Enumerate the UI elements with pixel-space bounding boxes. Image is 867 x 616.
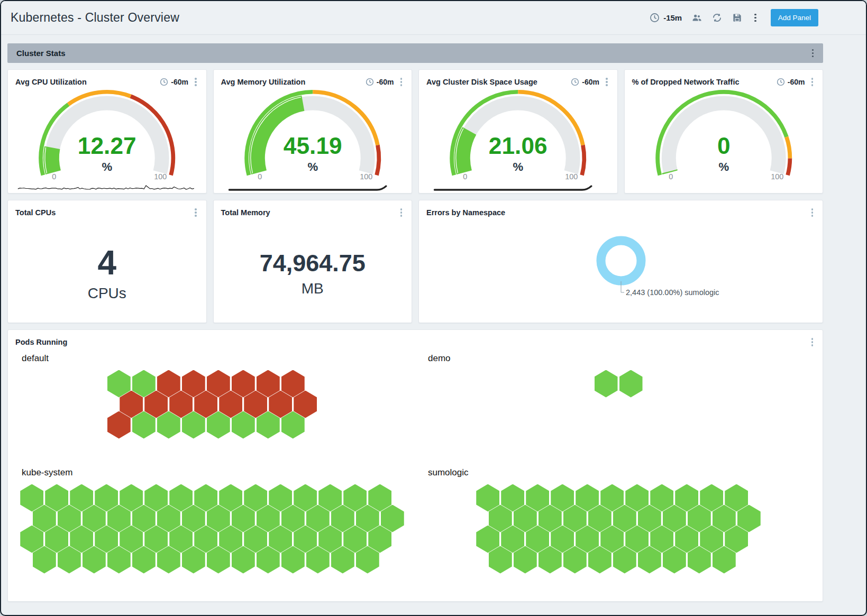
- panel-title: Total CPUs: [15, 208, 56, 217]
- svg-text:0: 0: [463, 172, 467, 181]
- gauge-chart: 12.27%0100: [15, 89, 199, 182]
- panel-kebab-menu[interactable]: [193, 76, 199, 88]
- svg-text:45.19: 45.19: [283, 133, 342, 159]
- panel-kebab-menu[interactable]: [604, 76, 610, 88]
- panel-title: Avg CPU Utilization: [15, 78, 87, 86]
- panel-time-range: -60m: [160, 78, 188, 86]
- pods-groups-grid: default demo kube-system sumologic: [15, 352, 815, 574]
- donut-panel: Errors by Namespace 2,443 (100.00%) sumo…: [418, 200, 823, 323]
- panel-kebab-menu[interactable]: [809, 336, 816, 348]
- panel-kebab-menu[interactable]: [809, 76, 816, 88]
- panel-time-label: -60m: [582, 78, 599, 86]
- gauge-panel: % of Dropped Network Traffic -60m 0%0100: [624, 69, 824, 194]
- panel-time-range: -60m: [777, 78, 805, 86]
- panel-title: Pods Running: [15, 338, 67, 346]
- gauge-chart: 21.06%0100: [426, 89, 610, 182]
- section-bar-cluster-stats: Cluster Stats: [7, 43, 823, 63]
- gauge-chart: 0%0100: [632, 89, 816, 182]
- svg-text:%: %: [307, 160, 318, 173]
- header-controls: -15m Add Panel: [650, 9, 818, 26]
- stat-panel: Total CPUs 4 CPUs: [7, 200, 207, 323]
- panel-time-label: -60m: [788, 78, 805, 86]
- gauge-sparkline: [221, 182, 405, 193]
- pod-group-label: demo: [428, 353, 815, 364]
- svg-text:0: 0: [258, 172, 262, 181]
- pod-group-label: sumologic: [428, 467, 815, 478]
- share-users-icon[interactable]: [692, 13, 702, 23]
- pods-running-panel: Pods Running default demo kube-system su…: [7, 329, 823, 602]
- honeycomb-demo: [595, 370, 643, 398]
- svg-text:100: 100: [154, 172, 167, 181]
- panel-time-range: -60m: [366, 78, 394, 86]
- honeycomb-default: [107, 370, 317, 439]
- dashboard-screen: Kubernetes - Cluster Overview -15m: [0, 0, 867, 616]
- panel-time-label: -60m: [171, 78, 188, 86]
- honeycomb-sumologic: [476, 484, 761, 574]
- section-title: Cluster Stats: [16, 49, 66, 58]
- pod-group-label: default: [22, 353, 409, 364]
- clock-icon: [571, 78, 579, 86]
- svg-text:%: %: [102, 160, 112, 173]
- hex-cell-ok[interactable]: [595, 370, 618, 398]
- stat-unit: CPUs: [88, 285, 126, 302]
- panel-kebab-menu[interactable]: [809, 207, 816, 218]
- svg-text:2,443 (100.00%) sumologic: 2,443 (100.00%) sumologic: [626, 288, 719, 297]
- pod-group-default: default: [15, 352, 409, 445]
- svg-text:21.06: 21.06: [489, 133, 547, 159]
- hex-cell-ok[interactable]: [619, 370, 643, 398]
- dashboard-header: Kubernetes - Cluster Overview -15m: [1, 1, 866, 35]
- add-panel-button[interactable]: Add Panel: [771, 9, 818, 26]
- save-icon[interactable]: [732, 13, 742, 23]
- pod-group-sumologic: sumologic: [422, 466, 815, 574]
- gauge-panel: Avg Cluster Disk Space Usage -60m 21.06%…: [418, 69, 618, 194]
- refresh-icon[interactable]: [712, 13, 722, 23]
- stat-panel: Total Memory 74,964.75 MB: [213, 200, 413, 323]
- svg-text:100: 100: [771, 172, 783, 181]
- pod-group-demo: demo: [422, 352, 815, 445]
- section-kebab-menu[interactable]: [810, 48, 816, 59]
- gauge-panel: Avg Memory Utilization -60m 45.19%0100: [213, 69, 413, 194]
- panel-kebab-menu[interactable]: [398, 207, 405, 218]
- dashboard-time-range[interactable]: -15m: [650, 13, 682, 23]
- gauge-sparkline: [15, 182, 199, 193]
- svg-text:0: 0: [717, 133, 730, 159]
- gauge-panel: Avg CPU Utilization -60m 12.27%0100: [7, 69, 207, 194]
- panel-title: Errors by Namespace: [426, 208, 505, 217]
- honeycomb-kube-system: [20, 484, 404, 574]
- clock-icon: [160, 78, 168, 86]
- svg-text:12.27: 12.27: [78, 133, 136, 159]
- gauge-chart: 45.19%0100: [221, 89, 405, 182]
- panel-kebab-menu[interactable]: [193, 207, 199, 218]
- clock-icon: [650, 13, 660, 23]
- stat-unit: MB: [302, 280, 324, 297]
- stats-row: Total CPUs 4 CPUs Total Memory 74,964.75…: [7, 200, 823, 323]
- stat-value: 74,964.75: [260, 251, 366, 275]
- svg-text:100: 100: [360, 172, 372, 181]
- panel-time-range: -60m: [571, 78, 599, 86]
- panel-title: Avg Cluster Disk Space Usage: [426, 78, 537, 86]
- clock-icon: [366, 78, 374, 86]
- gauge-row: Avg CPU Utilization -60m 12.27%0100 Avg …: [7, 69, 823, 194]
- pod-group-label: kube-system: [22, 467, 409, 478]
- panel-title: % of Dropped Network Traffic: [632, 78, 740, 86]
- gauge-sparkline: [426, 182, 610, 193]
- panel-title: Total Memory: [221, 208, 270, 217]
- panel-time-label: -60m: [377, 78, 394, 86]
- page-title: Kubernetes - Cluster Overview: [11, 11, 179, 25]
- svg-text:100: 100: [565, 172, 578, 181]
- svg-text:0: 0: [52, 172, 56, 181]
- svg-text:0: 0: [669, 172, 673, 181]
- donut-chart[interactable]: 2,443 (100.00%) sumologic: [483, 227, 759, 307]
- svg-text:%: %: [513, 160, 523, 173]
- clock-icon: [777, 78, 785, 86]
- svg-text:%: %: [718, 160, 729, 173]
- panel-title: Avg Memory Utilization: [221, 78, 306, 86]
- pod-group-kube-system: kube-system: [15, 466, 409, 574]
- header-kebab-menu[interactable]: [752, 12, 759, 24]
- time-range-label: -15m: [663, 13, 682, 22]
- stat-value: 4: [97, 246, 116, 280]
- panel-kebab-menu[interactable]: [398, 76, 405, 88]
